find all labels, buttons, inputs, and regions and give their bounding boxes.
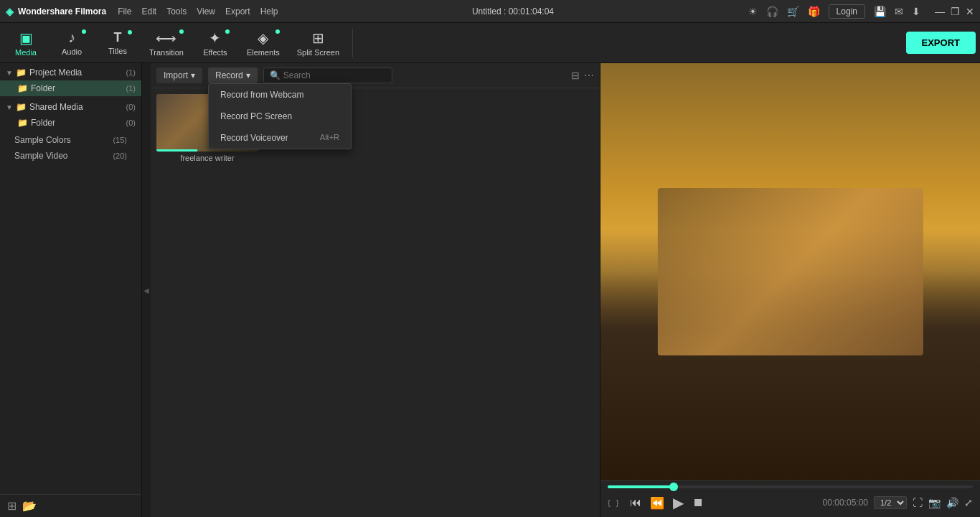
sun-icon[interactable]: ☀ xyxy=(748,6,758,17)
toolbar-audio[interactable]: ♪ Audio xyxy=(50,27,93,59)
record-voiceover-item[interactable]: Record Voiceover Alt+R xyxy=(209,127,351,149)
record-voiceover-label: Record Voiceover xyxy=(220,133,288,143)
resize-handle[interactable]: ◀ xyxy=(142,63,151,517)
project-media-section: ▼ 📁 Project Media (1) 📁 Folder (1) xyxy=(0,63,141,98)
shared-folder-label: Folder xyxy=(31,118,126,128)
sample-colors-item[interactable]: Sample Colors (15) xyxy=(0,132,141,148)
record-button[interactable]: Record ▾ xyxy=(208,67,258,83)
cart-icon[interactable]: 🛒 xyxy=(787,6,799,17)
win-minimize[interactable]: — xyxy=(935,6,945,17)
sample-colors-count: (15) xyxy=(113,136,127,144)
media-toolbar: Import ▾ Record ▾ Record from Webcam Rec… xyxy=(151,63,600,88)
win-maximize[interactable]: ❐ xyxy=(951,6,960,17)
shared-media-label: Shared Media xyxy=(29,102,126,112)
filter-icon[interactable]: ⊟ xyxy=(571,70,580,81)
stop-button[interactable]: ⏹ xyxy=(689,495,707,511)
document-title: Untitled : 00:01:04:04 xyxy=(472,6,554,17)
time-left-bracket: { xyxy=(608,498,611,507)
play-button[interactable]: ▶ xyxy=(670,493,687,513)
toolbar-media-label: Media xyxy=(15,48,37,57)
record-screen-label: Record PC Screen xyxy=(220,111,292,121)
thumb-progress-bar xyxy=(156,149,197,152)
folder-item-selected[interactable]: 📁 Folder (1) xyxy=(0,80,141,96)
app-name: Wondershare Filmora xyxy=(18,6,106,17)
progress-thumb[interactable] xyxy=(669,483,678,491)
toolbar-splitscreen-label: Split Screen xyxy=(297,48,339,57)
audio-icon: ♪ xyxy=(68,29,75,46)
media-icons: ⊟ ⋯ xyxy=(571,70,594,81)
shared-media-section: ▼ 📁 Shared Media (0) 📁 Folder (0) xyxy=(0,98,141,132)
grid-icon[interactable]: ⋯ xyxy=(584,70,594,81)
menu-tools[interactable]: Tools xyxy=(166,6,187,17)
record-dropdown: Record from Webcam Record PC Screen Reco… xyxy=(208,83,352,149)
toolbar-titles[interactable]: T Titles xyxy=(96,27,139,58)
gift-icon[interactable]: 🎁 xyxy=(808,6,820,17)
toolbar-effects[interactable]: ✦ Effects xyxy=(194,27,237,60)
sample-video-item[interactable]: Sample Video (20) xyxy=(0,148,141,164)
expand-icon: ▼ xyxy=(6,69,13,77)
transition-icon: ⟷ xyxy=(156,29,176,47)
shared-media-item[interactable]: ▼ 📁 Shared Media (0) xyxy=(0,99,141,115)
record-screen-item[interactable]: Record PC Screen xyxy=(209,106,351,127)
fullscreen-icon[interactable]: ⛶ xyxy=(913,497,923,508)
import-folder-button[interactable]: 📂 xyxy=(22,499,37,513)
expand-icon[interactable]: ⤢ xyxy=(964,497,973,508)
import-label: Import xyxy=(164,70,188,80)
mail-icon[interactable]: ✉ xyxy=(895,6,903,17)
search-input[interactable] xyxy=(283,70,386,80)
download-icon[interactable]: ⬇ xyxy=(912,6,920,17)
center-panel: Import ▾ Record ▾ Record from Webcam Rec… xyxy=(151,63,600,517)
toolbar-splitscreen[interactable]: ⊞ Split Screen xyxy=(290,27,347,60)
win-close[interactable]: ✕ xyxy=(966,6,974,17)
toolbar-effects-label: Effects xyxy=(203,48,227,57)
search-icon: 🔍 xyxy=(270,70,281,80)
toolbar-elements[interactable]: ◈ Elements xyxy=(240,27,287,60)
import-button[interactable]: Import ▾ xyxy=(156,67,202,83)
export-button[interactable]: EXPORT xyxy=(906,32,976,54)
subfolder-icon: 📁 xyxy=(17,83,28,93)
menu-file[interactable]: File xyxy=(118,6,131,17)
folder-icon: 📁 xyxy=(16,67,27,78)
frame-back-button[interactable]: ⏪ xyxy=(647,495,667,511)
sample-colors-label: Sample Colors xyxy=(14,135,113,145)
left-panel: ▼ 📁 Project Media (1) 📁 Folder (1) ▼ 📁 S… xyxy=(0,63,142,517)
app-logo: ◈ Wondershare Filmora xyxy=(6,6,106,17)
folder-count: (1) xyxy=(126,84,136,93)
effects-icon: ✦ xyxy=(209,29,221,47)
toolbar-media[interactable]: ▣ Media xyxy=(4,27,47,60)
search-box[interactable]: 🔍 xyxy=(263,67,392,83)
toolbar-separator xyxy=(352,29,353,57)
left-panel-footer: ⊞ 📂 xyxy=(0,494,141,517)
shared-expand-icon: ▼ xyxy=(6,103,13,111)
save-icon[interactable]: 💾 xyxy=(874,6,886,17)
preview-controls: { } ⏮ ⏪ ▶ ⏹ 00:00:05:00 1/2 ⛶ 📷 🔊 ⤢ xyxy=(600,480,980,517)
login-button[interactable]: Login xyxy=(829,4,865,19)
elements-icon: ◈ xyxy=(258,29,268,47)
splitscreen-icon: ⊞ xyxy=(312,29,324,47)
thumb-label: freelance writer xyxy=(156,154,258,162)
preview-time: 00:00:05:00 xyxy=(823,498,868,508)
project-media-label: Project Media xyxy=(29,67,126,78)
toolbar-titles-label: Titles xyxy=(108,47,127,55)
project-media-count: (1) xyxy=(126,68,136,77)
menu-help[interactable]: Help xyxy=(260,6,278,17)
menu-export[interactable]: Export xyxy=(225,6,250,17)
quality-select[interactable]: 1/2 xyxy=(874,496,907,509)
toolbar-transition[interactable]: ⟷ Transition xyxy=(142,27,191,60)
toolbar-transition-label: Transition xyxy=(149,48,184,57)
headphone-icon[interactable]: 🎧 xyxy=(766,6,778,17)
menu-edit[interactable]: Edit xyxy=(141,6,156,17)
shared-folder-item[interactable]: 📁 Folder (0) xyxy=(0,115,141,131)
preview-area xyxy=(600,63,980,480)
time-right-bracket: } xyxy=(616,498,619,507)
screenshot-icon[interactable]: 📷 xyxy=(928,497,941,508)
add-folder-button[interactable]: ⊞ xyxy=(7,499,17,513)
record-webcam-item[interactable]: Record from Webcam xyxy=(209,84,351,106)
menu-bar[interactable]: File Edit Tools View Export Help xyxy=(118,6,278,17)
toolbar-elements-label: Elements xyxy=(247,48,280,57)
project-media-item[interactable]: ▼ 📁 Project Media (1) xyxy=(0,65,141,80)
step-back-button[interactable]: ⏮ xyxy=(627,495,644,511)
preview-progress-bar[interactable] xyxy=(608,485,973,488)
volume-icon[interactable]: 🔊 xyxy=(946,497,958,508)
menu-view[interactable]: View xyxy=(197,6,215,17)
